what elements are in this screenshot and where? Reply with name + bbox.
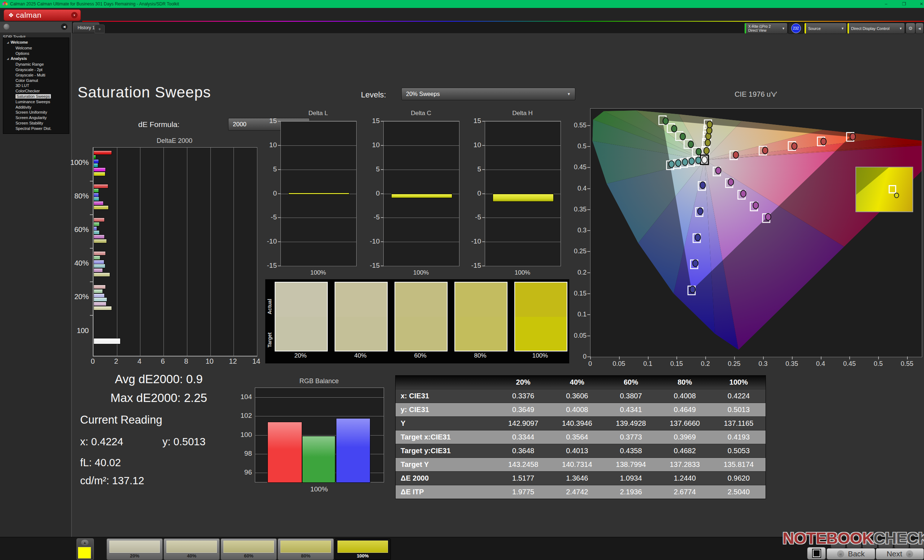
x-axis-label: 100% [280,269,356,276]
sidebar-item-color-gamut[interactable]: Color Gamut [3,78,69,83]
sidebar-item-additivity[interactable]: Additivity [3,105,69,110]
sidebar-item-analysis[interactable]: ◢Analysis [3,56,69,62]
sidebar-item-3d-lut[interactable]: 3D LUT [3,83,69,88]
row-label: Target x:CIE31 [396,433,496,441]
current-x: x: 0.4224 [80,436,123,448]
table-cell: 139.4928 [604,419,658,428]
bar [493,194,554,202]
settings-button[interactable]: ⚙ [906,23,915,34]
red-measured-marker [821,138,826,145]
sidebar-item-screen-uniformity[interactable]: Screen Uniformity [3,110,69,115]
sidebar-item-label: Saturation Sweeps [15,94,51,99]
gridline [210,148,211,356]
sidebar-item-saturation-sweeps[interactable]: Saturation Sweeps [3,94,69,99]
current-fl: fL: 40.02 [80,457,121,469]
toolbar-ghost-button[interactable] [879,540,893,548]
meter-dropdown[interactable]: X-Rite i1Pro 2 Direct View ▼ [744,23,788,34]
sidebar-item-options[interactable]: Options [3,51,69,56]
sidebar-item-label: Welcome [15,46,32,50]
sweep-tile-40%[interactable]: 40% [164,538,220,560]
source-label: Source [808,26,821,31]
tile-swatch [110,541,160,553]
green-measured-marker [688,141,693,148]
back-button[interactable]: « Back [826,548,875,560]
row-label: x: CIE31 [396,392,496,400]
inset-measured-marker [894,193,899,198]
delta_l-chart-title: Delta L [280,110,356,117]
levels-label: Levels: [361,90,386,100]
target-swatch [515,317,567,351]
next-button[interactable]: Next » [876,548,924,560]
magenta-measured-marker [765,214,771,220]
axis-tick [90,315,93,316]
maximize-icon[interactable]: ❐ [899,1,910,6]
green-measured-marker [696,148,701,155]
levels-select[interactable]: 20% Sweeps▼ [401,88,575,100]
toolbar-ghost-button[interactable] [894,540,909,548]
axis-tick [763,356,764,359]
table-cell: 1.9775 [496,488,550,496]
sidebar-item-grayscale-multi[interactable]: Grayscale - Multi [3,72,69,78]
calman-menu-button[interactable]: ❖ calman ▼ [4,9,81,21]
row-label: Y [396,419,496,428]
cie-x-tick-label: 0 [583,360,597,368]
close-icon[interactable]: ✕ [916,1,924,6]
sidebar-item-colorchecker[interactable]: ColorChecker [3,88,69,94]
add-tab-button[interactable]: + [94,24,105,33]
table-cell: 137.6660 [658,419,712,428]
chevron-up-icon[interactable]: ▲ [81,540,88,545]
sidebar-item-grayscale-2pt[interactable]: Grayscale - 2pt [3,67,69,72]
tree-expand-icon[interactable]: ◢ [7,57,9,60]
stop-button[interactable] [807,547,826,560]
bar [93,230,100,235]
toolbar-ghost-button[interactable] [910,540,924,548]
axis-tick [381,145,383,146]
toolbar-ghost-button[interactable] [831,540,845,548]
axis-tick [907,356,908,359]
sidebar-item-spectral-power-dist[interactable]: Spectral Power Dist. [3,126,69,131]
cyan-measured-marker [682,159,688,166]
workflow-dot-button[interactable] [4,24,9,30]
bar [93,256,100,260]
sidebar-item-welcome[interactable]: ◢Welcome [3,40,69,45]
back-icon: « [837,550,844,557]
sweep-color-tile[interactable]: ▲ [76,538,94,560]
sidebar-item-dynamic-range[interactable]: Dynamic Range [3,62,69,67]
meter-name: X-Rite i1Pro 2 [748,24,771,28]
toolbar-ghost-button[interactable] [847,540,861,548]
collapse-panel-button[interactable]: ◀ [915,23,924,34]
tree-expand-icon[interactable]: ◢ [7,41,9,43]
sweep-tile-60%[interactable]: 60% [220,538,277,560]
chevron-down-icon[interactable]: ▼ [71,12,78,18]
y-axis-tick-label: -10 [258,237,277,246]
axis-tick [587,167,590,168]
sidebar-item-luminance-sweeps[interactable]: Luminance Sweeps [3,99,69,105]
sidebar-item-label: Options [15,51,29,55]
gridline [485,145,561,146]
x-axis-tick-label: 14 [249,357,264,365]
chevron-left-icon: ◀ [63,25,66,28]
display-control-dropdown[interactable]: Direct Display Control ▼ [847,23,905,34]
y-axis-tick-label: 5 [462,165,481,173]
delta_h-chart [485,121,561,266]
display-status-stripe [848,23,849,34]
sidebar-item-screen-stability[interactable]: Screen Stability [3,121,69,126]
sidebar-item-welcome[interactable]: Welcome [3,45,69,51]
sidebar-header: ◀ [0,22,71,33]
sweep-tile-100%[interactable]: 100% [334,538,391,560]
sweep-tile-80%[interactable]: 80% [278,538,334,560]
red-bar [267,422,302,483]
sidebar-collapse-button[interactable]: ◀ [61,24,68,30]
sidebar-item-screen-angularity[interactable]: Screen Angularity [3,115,69,121]
axis-tick [734,356,735,359]
window-title: Calman 2025 Calman Ultimate for Business… [10,1,179,6]
sweep-tile-20%[interactable]: 20% [106,538,163,560]
bar [93,188,99,193]
minimize-icon[interactable]: – [880,1,891,6]
y-axis-tick-label: 98 [233,449,252,458]
toolbar-ghost-button[interactable] [862,540,877,548]
source-dropdown[interactable]: Source ▼ [804,23,847,34]
table-row: Target x:CIE310.33440.35640.37730.39690.… [396,430,765,444]
gear-icon: ⚙ [909,25,913,31]
current-y: y: 0.5013 [162,436,206,448]
